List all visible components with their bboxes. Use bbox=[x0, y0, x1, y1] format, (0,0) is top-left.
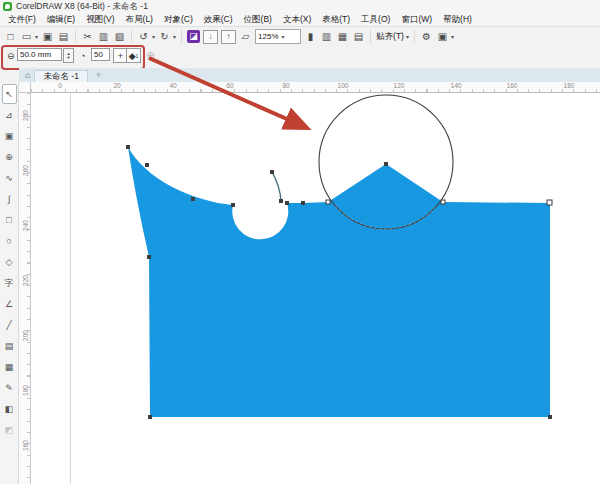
show-rulers-icon[interactable]: ▥ bbox=[320, 29, 333, 44]
undo-icon[interactable]: ↺ bbox=[137, 29, 150, 44]
ruler-label: 220 bbox=[22, 275, 29, 287]
fullscreen-preview-icon[interactable]: ▮ bbox=[304, 29, 317, 44]
ruler-label: 160 bbox=[22, 440, 29, 452]
menu-layout[interactable]: 布局(L) bbox=[126, 14, 153, 26]
show-guidelines-icon[interactable]: ▤ bbox=[352, 29, 365, 44]
ruler-label: 60 bbox=[226, 82, 233, 89]
toolbar-separator bbox=[414, 30, 415, 43]
redo-dropdown-icon[interactable]: ▾ bbox=[173, 33, 176, 40]
nib-radius-spinner[interactable]: ▲ ▼ bbox=[63, 48, 74, 63]
zoom-level-combo[interactable]: 125% ▾ bbox=[255, 29, 301, 44]
import-icon[interactable]: ↓ bbox=[203, 30, 218, 44]
launch-icon[interactable]: ▣ bbox=[436, 29, 449, 44]
menu-help[interactable]: 帮助(H) bbox=[443, 14, 472, 26]
text-tool[interactable]: 字 bbox=[2, 273, 17, 293]
transparency-tool[interactable]: ▦ bbox=[2, 357, 17, 377]
redo-icon[interactable]: ↻ bbox=[158, 29, 171, 44]
show-grid-icon[interactable]: ▦ bbox=[336, 29, 349, 44]
print-icon[interactable]: ▤ bbox=[57, 29, 70, 44]
nib-radius-input[interactable] bbox=[17, 48, 62, 61]
menu-window[interactable]: 窗口(W) bbox=[401, 14, 432, 26]
crop-tool[interactable]: ▣ bbox=[2, 126, 17, 146]
paste-icon[interactable]: ▧ bbox=[113, 29, 126, 44]
shape-tool[interactable]: ⊿ bbox=[2, 105, 17, 125]
smooth-smear-button[interactable]: ◆1 bbox=[126, 48, 141, 63]
ruler-label: 140 bbox=[451, 82, 462, 89]
drop-shadow-tool[interactable]: ▤ bbox=[2, 336, 17, 356]
artistic-media-tool[interactable]: ∫ bbox=[2, 189, 17, 209]
save-icon[interactable]: ▣ bbox=[41, 29, 54, 44]
ruler-label: 80 bbox=[282, 82, 289, 89]
menu-effects[interactable]: 效果(C) bbox=[204, 14, 233, 26]
spin-down-icon[interactable]: ▼ bbox=[67, 56, 71, 60]
ruler-label: 280 bbox=[22, 110, 29, 122]
publish-pdf-icon[interactable]: ▱ bbox=[239, 29, 252, 44]
nib-radius-icon: ⊖ bbox=[7, 48, 15, 63]
page-edge-line bbox=[70, 93, 71, 484]
dry-input[interactable] bbox=[91, 48, 110, 61]
menu-table[interactable]: 表格(T) bbox=[322, 14, 350, 26]
menu-object[interactable]: 对象(C) bbox=[164, 14, 193, 26]
toolbar-separator bbox=[131, 30, 132, 43]
menu-bar: 文件(F) 编辑(E) 视图(V) 布局(L) 对象(C) 效果(C) 位图(B… bbox=[0, 13, 600, 26]
toolbar-separator bbox=[75, 30, 76, 43]
ruler-label: 160 bbox=[507, 82, 518, 89]
smooth-smear-badge: 1 bbox=[136, 53, 139, 59]
open-icon[interactable]: ▭ bbox=[20, 29, 33, 44]
menu-edit[interactable]: 编辑(E) bbox=[47, 14, 75, 26]
document-tab[interactable]: 未命名 -1 bbox=[34, 70, 87, 83]
menu-view[interactable]: 视图(V) bbox=[86, 14, 114, 26]
toolbar-separator bbox=[181, 30, 182, 43]
ruler-label: 180 bbox=[564, 82, 575, 89]
ruler-label: 120 bbox=[394, 82, 405, 89]
document-tab-label: 未命名 -1 bbox=[43, 71, 78, 83]
dimension-tool[interactable]: ∠ bbox=[2, 294, 17, 314]
new-document-icon[interactable]: □ bbox=[4, 29, 17, 44]
zoom-dropdown-icon: ▾ bbox=[282, 33, 285, 40]
freehand-tool[interactable]: ∿ bbox=[2, 168, 17, 188]
zoom-tool[interactable]: ⊕ bbox=[2, 147, 17, 167]
dry-icon: ◔ bbox=[80, 48, 85, 63]
cut-icon[interactable]: ✂ bbox=[81, 29, 94, 44]
ruler-label: 100 bbox=[338, 82, 349, 89]
menu-bitmaps[interactable]: 位图(B) bbox=[244, 14, 272, 26]
open-dropdown-icon[interactable]: ▾ bbox=[35, 33, 38, 40]
launch-dropdown-icon[interactable]: ▾ bbox=[451, 33, 454, 40]
copy-icon[interactable]: ▥ bbox=[97, 29, 110, 44]
document-tab-bar: ⌂ 未命名 -1 + bbox=[19, 68, 600, 82]
ruler-label: 0 bbox=[58, 82, 62, 89]
ruler-label: 200 bbox=[22, 330, 29, 342]
snap-to-label[interactable]: 贴齐(T) bbox=[376, 31, 404, 43]
pick-tool[interactable]: ↖ bbox=[2, 84, 17, 104]
polygon-tool[interactable]: ◇ bbox=[2, 252, 17, 272]
ruler-label: 40 bbox=[169, 82, 176, 89]
toolbar-separator bbox=[370, 30, 371, 43]
zoom-level-value: 125% bbox=[258, 32, 278, 41]
smooth-smear-icon: ◆ bbox=[129, 51, 136, 61]
new-tab-button[interactable]: + bbox=[96, 70, 101, 80]
eyedropper-tool[interactable]: ✎ bbox=[2, 378, 17, 398]
interactive-fill-tool[interactable]: ◧ bbox=[2, 399, 17, 419]
horizontal-ruler[interactable]: 0 20 40 60 80 100 120 140 160 180 bbox=[31, 82, 600, 93]
snap-dropdown-icon[interactable]: ▾ bbox=[406, 33, 409, 40]
menu-file[interactable]: 文件(F) bbox=[8, 14, 36, 26]
search-content-icon[interactable]: ◪ bbox=[187, 30, 200, 43]
connector-tool[interactable]: ╱ bbox=[2, 315, 17, 335]
ruler-label: 180 bbox=[22, 385, 29, 397]
coreldraw-window: CorelDRAW X8 (64-Bit) - 未命名 -1 文件(F) 编辑(… bbox=[0, 0, 600, 484]
undo-dropdown-icon[interactable]: ▾ bbox=[152, 33, 155, 40]
ruler-label: 240 bbox=[22, 220, 29, 232]
app-logo-icon bbox=[3, 2, 12, 11]
ellipse-tool[interactable]: ○ bbox=[2, 231, 17, 251]
smart-fill-tool[interactable]: ◩ bbox=[2, 420, 17, 440]
vertical-ruler[interactable]: 280 260 240 220 200 180 160 bbox=[19, 93, 31, 484]
toolbox: ↖ ⊿ ▣ ⊕ ∿ ∫ □ ○ ◇ 字 ∠ ╱ ▤ ▦ ✎ ◧ ◩ bbox=[0, 82, 19, 484]
menu-tools[interactable]: 工具(O) bbox=[361, 14, 390, 26]
rectangle-tool[interactable]: □ bbox=[2, 210, 17, 230]
home-icon[interactable]: ⌂ bbox=[25, 70, 30, 80]
ruler-label: 260 bbox=[22, 165, 29, 177]
options-gear-icon[interactable]: ⚙ bbox=[420, 29, 433, 44]
export-icon[interactable]: ↑ bbox=[221, 30, 236, 44]
drawing-canvas[interactable] bbox=[31, 93, 600, 484]
menu-text[interactable]: 文本(X) bbox=[283, 14, 311, 26]
